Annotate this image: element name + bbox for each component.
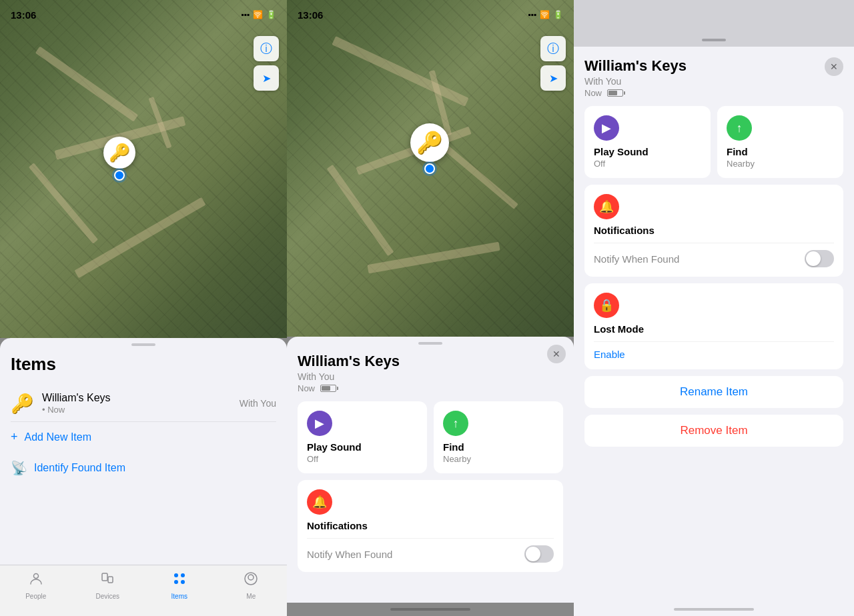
- detail-sub-3: With You: [584, 76, 843, 87]
- play-sound-card-2[interactable]: ▶ Play Sound Off: [298, 401, 427, 473]
- wifi-icon-2: 🛜: [540, 10, 550, 19]
- notifications-card-3: 🔔 Notifications Notify When Found: [584, 185, 843, 277]
- location-button-2[interactable]: ➤: [540, 65, 566, 91]
- lost-mode-enable-btn[interactable]: Enable: [594, 341, 834, 360]
- key-bubble-2: 🔑: [410, 123, 449, 162]
- item-name: William's Keys: [42, 392, 240, 404]
- notify-when-found-label-2: Notify When Found: [307, 549, 392, 560]
- close-button-3[interactable]: ✕: [825, 57, 843, 76]
- detail-sheet-3: ✕ William's Keys With You Now ▶ Play Sou…: [574, 47, 854, 603]
- me-tab-icon: [243, 571, 259, 591]
- info-button-2[interactable]: ⓘ: [540, 36, 566, 61]
- find-nearby-sub-2: Nearby: [443, 454, 554, 464]
- map-background-2: 13:06 ▪▪▪ 🛜 🔋 ⓘ ➤ 🔑: [287, 0, 574, 337]
- info-button-1[interactable]: ⓘ: [254, 36, 279, 61]
- detail-header-3: William's Keys With You Now: [584, 57, 843, 98]
- find-nearby-icon-3: ↑: [727, 115, 752, 141]
- map-controls-2: ⓘ ➤: [540, 36, 566, 91]
- svg-rect-2: [108, 577, 113, 583]
- tab-bar-1: People Devices Items: [0, 565, 287, 616]
- lost-mode-card: 🔒 Lost Mode Enable: [584, 283, 843, 369]
- identify-icon: 📡: [11, 460, 27, 476]
- notify-when-found-row-3: Notify When Found: [594, 243, 834, 267]
- home-indicator-3: [574, 603, 854, 616]
- tab-me[interactable]: Me: [216, 571, 288, 600]
- signal-icon-1: ▪▪▪: [241, 10, 250, 19]
- battery-indicator-3: [607, 89, 623, 97]
- sheet-handle-2: [418, 342, 442, 345]
- location-dot-2: [424, 163, 435, 174]
- status-bar-1: 13:06 ▪▪▪ 🛜 🔋: [0, 0, 287, 29]
- location-button-1[interactable]: ➤: [254, 65, 279, 91]
- map-background-1: 13:06 ▪▪▪ 🛜 🔋 ⓘ ➤ 🔑: [0, 0, 287, 338]
- header-container-3: ✕ William's Keys With You Now: [584, 57, 843, 98]
- svg-rect-1: [102, 573, 107, 581]
- lost-mode-title: Lost Mode: [594, 323, 834, 335]
- close-button-2[interactable]: ✕: [547, 345, 566, 363]
- sheet-handle-3: [702, 39, 726, 41]
- home-bar-3: [674, 608, 754, 611]
- map-controls-1: ⓘ ➤: [254, 36, 279, 91]
- notify-toggle-3[interactable]: [805, 250, 834, 267]
- find-nearby-card-3[interactable]: ↑ Find Nearby: [717, 106, 843, 178]
- notify-toggle-2[interactable]: [524, 545, 554, 563]
- item-sub: • Now: [42, 405, 240, 415]
- add-new-item-row[interactable]: + Add New Item: [11, 422, 276, 452]
- play-sound-sub-2: Off: [307, 454, 418, 464]
- find-nearby-title-3: Find: [727, 146, 834, 157]
- notifications-title-2: Notifications: [307, 520, 554, 531]
- map-stub-3: 13:07 ▪▪▪ 🛜 🔋: [574, 0, 854, 47]
- battery-icon-2: 🔋: [553, 10, 563, 19]
- map-marker-1: 🔑: [103, 137, 135, 181]
- actions-grid-3: ▶ Play Sound Off ↑ Find Nearby: [584, 106, 843, 178]
- detail-header-2: William's Keys With You Now: [298, 353, 563, 393]
- status-icons-1: ▪▪▪ 🛜 🔋: [241, 10, 276, 19]
- items-tab-label: Items: [171, 593, 187, 600]
- key-bubble-1: 🔑: [103, 137, 135, 169]
- detail-time-3: Now: [584, 88, 843, 98]
- battery-icon-1: 🔋: [266, 10, 276, 19]
- tab-items[interactable]: Items: [143, 571, 216, 600]
- play-sound-card-3[interactable]: ▶ Play Sound Off: [584, 106, 711, 178]
- remove-item-card[interactable]: Remove Item: [584, 415, 843, 447]
- notifications-title-3: Notifications: [594, 225, 834, 236]
- notify-when-found-row-2: Notify When Found: [307, 538, 554, 563]
- status-time-2: 13:06: [298, 9, 323, 21]
- identify-label: Identify Found Item: [34, 462, 125, 474]
- tab-people[interactable]: People: [0, 571, 72, 600]
- svg-point-5: [174, 580, 178, 584]
- find-nearby-card-2[interactable]: ↑ Find Nearby: [434, 401, 563, 473]
- notifications-icon-3: 🔔: [594, 194, 619, 219]
- item-row-keys[interactable]: 🔑 William's Keys • Now With You: [11, 385, 276, 422]
- devices-tab-label: Devices: [95, 593, 119, 600]
- svg-point-6: [181, 580, 185, 584]
- notify-when-found-label-3: Notify When Found: [594, 253, 679, 265]
- svg-point-7: [248, 575, 254, 580]
- play-sound-icon-3: ▶: [594, 115, 619, 141]
- rename-item-card[interactable]: Rename Item: [584, 376, 843, 408]
- detail-time-2: Now: [298, 383, 563, 393]
- people-tab-icon: [28, 571, 44, 591]
- actions-grid-2: ▶ Play Sound Off ↑ Find Nearby: [298, 401, 563, 473]
- sheet-handle-1: [131, 343, 155, 346]
- play-sound-icon-2: ▶: [307, 411, 332, 436]
- tab-devices[interactable]: Devices: [72, 571, 144, 600]
- bottom-sheet-2: ✕ William's Keys With You Now ▶ Play Sou…: [287, 337, 574, 603]
- home-indicator-2: [287, 603, 574, 616]
- bottom-sheet-1: Items 🔑 William's Keys • Now With You + …: [0, 338, 287, 565]
- signal-icon-2: ▪▪▪: [528, 10, 536, 19]
- devices-tab-icon: [99, 571, 115, 591]
- play-sound-sub-3: Off: [594, 159, 701, 169]
- svg-point-4: [181, 573, 185, 577]
- identify-found-row[interactable]: 📡 Identify Found Item: [11, 452, 276, 484]
- status-icons-2: ▪▪▪ 🛜 🔋: [528, 10, 563, 19]
- people-tab-label: People: [25, 593, 46, 600]
- find-nearby-title-2: Find: [443, 441, 554, 453]
- svg-point-0: [33, 574, 38, 579]
- lost-mode-icon: 🔒: [594, 293, 619, 318]
- wifi-icon-1: 🛜: [253, 10, 263, 19]
- detail-title-3: William's Keys: [584, 57, 843, 75]
- item-info: William's Keys • Now: [42, 392, 240, 415]
- location-dot-1: [114, 170, 125, 181]
- map-marker-2: 🔑: [410, 123, 449, 174]
